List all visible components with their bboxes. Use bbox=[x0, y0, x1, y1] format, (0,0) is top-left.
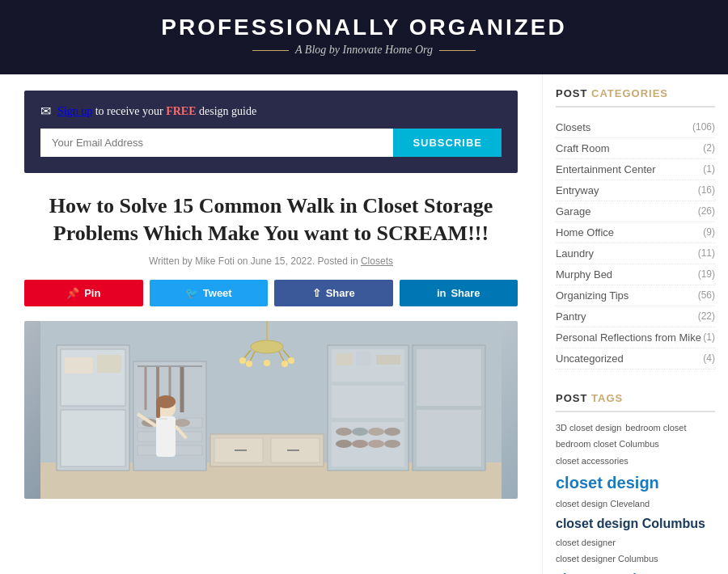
svg-rect-39 bbox=[336, 353, 352, 365]
category-name: Pantry bbox=[556, 310, 586, 323]
categories-title-highlight: CATEGORIES bbox=[591, 87, 668, 99]
category-link[interactable]: Home Office(9) bbox=[556, 226, 715, 238]
svg-rect-6 bbox=[97, 355, 121, 373]
category-name: Garage bbox=[556, 205, 590, 217]
tag-link[interactable]: closet design Cleveland bbox=[556, 498, 650, 510]
category-list-item: Craft Room(2) bbox=[556, 138, 715, 159]
article-meta: Written by Mike Foti on June 15, 2022. P… bbox=[24, 255, 518, 267]
svg-point-44 bbox=[368, 428, 384, 436]
category-count: (11) bbox=[698, 247, 715, 260]
tag-link[interactable]: closet organizer bbox=[556, 570, 655, 574]
tag-link[interactable]: closet accessories bbox=[556, 455, 629, 467]
site-subtitle: A Blog by Innovate Home Org bbox=[16, 44, 712, 57]
categories-title: POST CATEGORIES bbox=[556, 87, 715, 108]
tags-title: POST TAGS bbox=[556, 392, 715, 412]
category-link[interactable]: Craft Room(2) bbox=[556, 142, 715, 154]
pin-icon: 📌 bbox=[66, 287, 79, 299]
email-signup-box: ✉ Sign up to receive your FREE design gu… bbox=[24, 91, 518, 173]
category-link[interactable]: Organizing Tips(56) bbox=[556, 289, 715, 302]
svg-rect-41 bbox=[376, 355, 400, 365]
category-count: (9) bbox=[703, 226, 715, 238]
svg-point-43 bbox=[352, 428, 368, 436]
category-count: (26) bbox=[698, 205, 715, 217]
category-list-item: Garage(26) bbox=[556, 201, 715, 222]
tweet-icon: 🐦 bbox=[185, 287, 198, 299]
category-count: (16) bbox=[698, 184, 715, 196]
linkedin-button[interactable]: in Share bbox=[400, 280, 518, 306]
svg-point-33 bbox=[281, 361, 288, 367]
category-list: Closets(106)Craft Room(2)Entertainment C… bbox=[556, 117, 715, 369]
linkedin-label: Share bbox=[451, 287, 480, 299]
category-name: Craft Room bbox=[556, 142, 609, 154]
category-count: (22) bbox=[698, 310, 715, 323]
svg-point-49 bbox=[384, 440, 400, 448]
category-count: (4) bbox=[703, 352, 715, 365]
svg-rect-8 bbox=[138, 365, 202, 367]
svg-point-45 bbox=[384, 428, 400, 436]
signup-link[interactable]: Sign up bbox=[57, 105, 92, 117]
tag-link[interactable]: closet designer bbox=[556, 537, 616, 549]
category-list-item: Entertainment Center(1) bbox=[556, 159, 715, 180]
svg-rect-40 bbox=[356, 352, 370, 365]
category-list-item: Home Office(9) bbox=[556, 222, 715, 243]
pin-button[interactable]: 📌 Pin bbox=[24, 280, 143, 306]
svg-point-47 bbox=[352, 440, 368, 448]
site-title: PROFESSIONALLY ORGANIZED bbox=[16, 15, 712, 40]
tag-link[interactable]: closet design Columbus bbox=[556, 515, 705, 533]
category-list-item: Murphy Bed(19) bbox=[556, 264, 715, 285]
category-name: Murphy Bed bbox=[556, 268, 612, 281]
category-link[interactable]: Uncategorized(4) bbox=[556, 352, 715, 365]
category-link[interactable]: Pantry(22) bbox=[556, 310, 715, 323]
closet-image-svg bbox=[24, 321, 518, 499]
svg-point-32 bbox=[246, 361, 252, 367]
svg-point-46 bbox=[336, 440, 352, 448]
tag-link[interactable]: bedroom closet Columbus bbox=[556, 438, 659, 450]
svg-rect-52 bbox=[417, 410, 481, 466]
category-list-item: Organizing Tips(56) bbox=[556, 285, 715, 306]
category-count: (1) bbox=[703, 163, 715, 175]
category-link[interactable]: Laundry(11) bbox=[556, 247, 715, 260]
decorative-line-right bbox=[439, 50, 476, 51]
envelope-icon: ✉ bbox=[40, 103, 51, 119]
category-list-item: Pantry(22) bbox=[556, 306, 715, 327]
tag-link[interactable]: bedroom closet bbox=[625, 422, 686, 434]
category-name: Closets bbox=[556, 121, 590, 133]
signup-message: ✉ Sign up to receive your FREE design gu… bbox=[40, 103, 502, 119]
share-buttons: 📌 Pin 🐦 Tweet ⇧ Share in Share bbox=[24, 280, 518, 306]
subscribe-button[interactable]: SUBSCRIBE bbox=[393, 129, 502, 157]
category-list-item: Personal Reflections from Mike(1) bbox=[556, 327, 715, 348]
svg-rect-4 bbox=[61, 410, 125, 466]
category-link[interactable]: Entertainment Center(1) bbox=[556, 163, 715, 175]
category-link[interactable]: Personal Reflections from Mike(1) bbox=[556, 331, 715, 344]
email-input[interactable] bbox=[40, 129, 393, 157]
svg-rect-37 bbox=[332, 386, 404, 418]
share-label: Share bbox=[326, 287, 355, 299]
svg-rect-51 bbox=[417, 349, 481, 406]
article-category-link[interactable]: Closets bbox=[361, 255, 393, 267]
article-title: How to Solve 15 Common Walk in Closet St… bbox=[24, 192, 518, 247]
category-count: (1) bbox=[703, 331, 715, 344]
tag-link[interactable]: closet design bbox=[556, 471, 659, 494]
category-count: (106) bbox=[692, 121, 715, 133]
category-link[interactable]: Garage(26) bbox=[556, 205, 715, 217]
share-button[interactable]: ⇧ Share bbox=[274, 280, 393, 306]
category-link[interactable]: Closets(106) bbox=[556, 121, 715, 133]
category-count: (19) bbox=[698, 268, 715, 281]
category-name: Entertainment Center bbox=[556, 163, 656, 175]
tag-link[interactable]: closet designer Columbus bbox=[556, 553, 658, 565]
tweet-label: Tweet bbox=[203, 287, 232, 299]
tag-link[interactable]: 3D closet design bbox=[556, 422, 621, 434]
svg-point-25 bbox=[251, 340, 283, 353]
category-list-item: Laundry(11) bbox=[556, 243, 715, 264]
svg-point-34 bbox=[264, 360, 270, 366]
free-label: FREE bbox=[166, 105, 196, 117]
category-list-item: Closets(106) bbox=[556, 117, 715, 138]
svg-point-31 bbox=[288, 357, 294, 364]
main-content: ✉ Sign up to receive your FREE design gu… bbox=[0, 74, 542, 574]
decorative-line-left bbox=[252, 50, 289, 51]
tweet-button[interactable]: 🐦 Tweet bbox=[150, 280, 269, 306]
svg-rect-54 bbox=[156, 416, 176, 457]
category-name: Home Office bbox=[556, 226, 614, 238]
category-link[interactable]: Entryway(16) bbox=[556, 184, 715, 196]
category-link[interactable]: Murphy Bed(19) bbox=[556, 268, 715, 281]
